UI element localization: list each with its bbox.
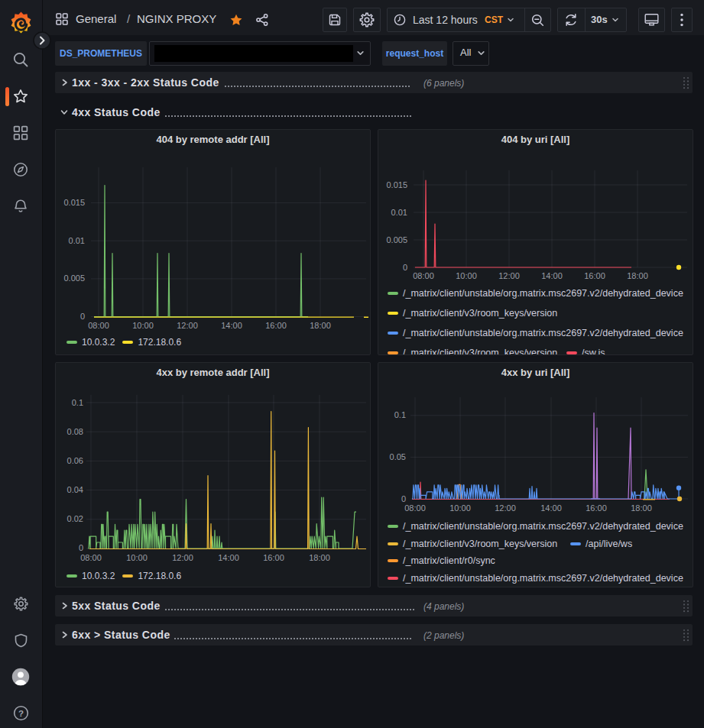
svg-text:?: ? (18, 709, 24, 718)
